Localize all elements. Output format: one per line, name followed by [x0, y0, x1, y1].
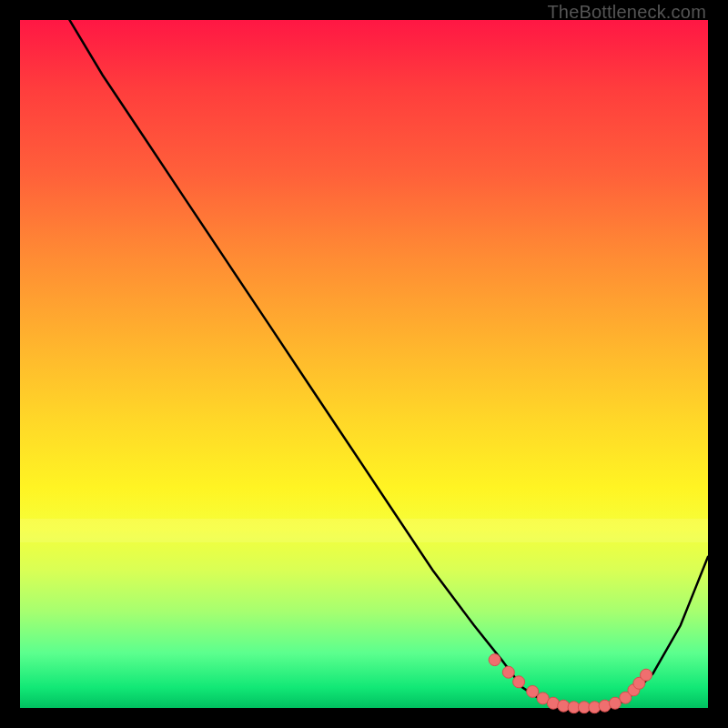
chart-plot-area [20, 20, 708, 708]
optimal-dot [513, 676, 525, 688]
optimal-dot [527, 685, 539, 697]
optimal-dot [558, 700, 570, 712]
chart-frame: TheBottleneck.com [0, 0, 728, 728]
optimal-dot-group [489, 654, 652, 713]
bottleneck-curve [20, 0, 708, 708]
watermark-text: TheBottleneck.com [547, 2, 706, 23]
optimal-dot [502, 666, 514, 678]
optimal-dot [641, 669, 652, 681]
chart-svg [20, 20, 708, 708]
optimal-dot [489, 654, 500, 666]
optimal-dot [609, 697, 621, 709]
